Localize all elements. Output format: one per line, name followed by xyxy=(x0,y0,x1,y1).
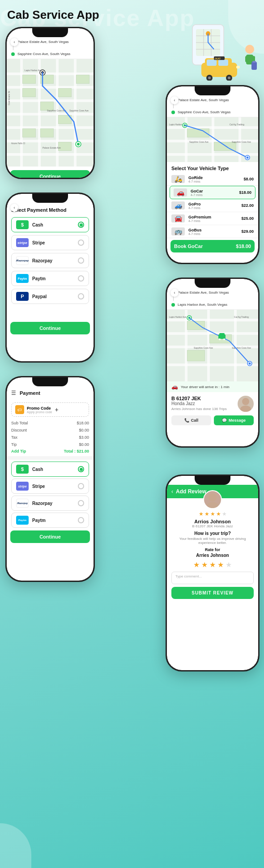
phone1-back-btn[interactable]: ‹ xyxy=(10,38,18,46)
phone5-add-tip[interactable]: Add Tip xyxy=(11,449,26,453)
phone5-total-row: Add Tip Total : $21.00 xyxy=(7,448,94,454)
phone5-razorpay-icon: /Razorpay xyxy=(16,499,29,508)
vehicle-time-gopro: 4-7 mins xyxy=(188,206,238,210)
vehicle-price-goride: $8.00 xyxy=(243,177,254,181)
phone5-paytm-icon: Paytm xyxy=(16,516,29,525)
vehicle-icon-gopro: 🚙 xyxy=(171,201,185,210)
vehicle-name-gobus: GoBus xyxy=(188,228,238,232)
phone5-continue-btn[interactable]: Continue xyxy=(10,530,90,543)
phone5-menu-icon[interactable]: ☰ xyxy=(11,390,16,396)
vehicle-icon-gopremium: 🚘 xyxy=(171,214,185,222)
phone5-promo-plus[interactable]: + xyxy=(55,406,58,413)
phone6-driver-name: Arrios Johnson xyxy=(167,519,258,524)
phone4-call-btn[interactable]: 📞 Call xyxy=(171,415,211,425)
phone6-star-5: ★ xyxy=(222,511,227,517)
phone6-rating-star-4[interactable]: ★ xyxy=(217,560,224,569)
phone5-method-stripe[interactable]: stripe Stripe xyxy=(11,479,89,494)
phone5-subtotal-val: $18.00 xyxy=(77,421,89,425)
vehicle-row-goride[interactable]: 🛵 GoRide 4-7 mins $8.00 xyxy=(167,173,258,186)
svg-rect-29 xyxy=(252,61,256,63)
vehicle-price-gopremium: $25.00 xyxy=(241,216,254,221)
phone6-comment-input[interactable]: Type comment... xyxy=(171,572,254,584)
phone3-method-paypal[interactable]: P Paypal xyxy=(11,289,89,304)
phone3-continue-btn[interactable]: Continue xyxy=(10,322,90,334)
phone6-rating-star-1[interactable]: ★ xyxy=(193,560,200,569)
vehicle-icon-goride: 🛵 xyxy=(171,175,185,183)
phone3-paytm-radio xyxy=(78,275,84,282)
vehicle-row-gopro[interactable]: 🚙 GoPro 4-7 mins $22.00 xyxy=(167,199,258,212)
phone3-paypal-icon: P xyxy=(16,292,29,301)
phone6-driver-car: B 61207 JEK Honda Jazz xyxy=(167,524,258,528)
phone4-to: Lapis Harbor Ave, South Vegas xyxy=(178,303,227,307)
phone2-book-price: $18.00 xyxy=(236,244,251,249)
phone5-razorpay-label: Razorpay xyxy=(32,501,74,506)
svg-point-41 xyxy=(223,338,225,340)
phone1-to: Sapphire Covo Ave, South Vegas xyxy=(17,52,70,56)
phone6-submit-btn[interactable]: SUBMIT REVIEW xyxy=(171,587,254,599)
phone5-method-paytm[interactable]: Paytm Paytm xyxy=(11,513,89,528)
phone4-driver-card: B 61207 JEK Honda Jazz Arries Johnson ha… xyxy=(167,392,258,429)
phone4-notch xyxy=(195,279,230,288)
svg-point-44 xyxy=(209,493,217,501)
phone4-arrive-text: Your driver will arrive in : 1 min xyxy=(181,385,230,389)
phone2-book-btn[interactable]: Book GoCar $18.00 xyxy=(170,240,255,252)
phone5-method-cash[interactable]: $ Cash xyxy=(11,462,89,477)
phone5-header: ☰ Payment xyxy=(7,386,94,400)
vehicle-name-gopro: GoPro xyxy=(188,202,238,206)
phone5-promo-icon: 🏷 xyxy=(15,405,24,414)
phone6-rating-star-5[interactable]: ★ xyxy=(226,560,232,569)
vehicle-row-gobus[interactable]: 🚌 GoBus 4-7 mins $29.00 xyxy=(167,225,258,238)
phone5-cash-label: Cash xyxy=(32,467,74,472)
phone3-razorpay-label: Razorpay xyxy=(32,258,74,263)
svg-point-24 xyxy=(245,45,254,54)
phone3-back-btn[interactable]: ‹ xyxy=(10,204,18,212)
phone6-rating-stars: ★ ★ ★ ★ ★ xyxy=(167,560,258,569)
phone2-to-dot xyxy=(171,111,175,114)
phone3-method-razorpay[interactable]: /Razorpay Razorpay xyxy=(11,253,89,268)
phone6-star-3: ★ xyxy=(210,511,215,517)
vehicle-price-gobus: $29.00 xyxy=(241,229,254,234)
phone4-driver-actions: 📞 Call 💬 Message xyxy=(171,415,254,425)
phone5-razorpay-radio xyxy=(78,500,84,506)
svg-point-20 xyxy=(228,77,230,79)
phone6-question: How is your trip? xyxy=(167,531,258,536)
vehicle-price-gocar: $18.00 xyxy=(239,190,251,195)
phone4-back-btn[interactable]: ‹ xyxy=(170,289,179,297)
page-title: Cab Service App xyxy=(7,8,99,22)
phone2-route xyxy=(167,117,258,162)
phone1-continue-btn[interactable]: Continue xyxy=(10,170,90,178)
vehicle-name-goride: GoRide xyxy=(188,175,240,180)
phone1-location-bar: Palace Estate Ave, South Vegas Sapphire … xyxy=(7,37,94,59)
phone-5: ☰ Payment 🏷 Promo Code Apply promo code … xyxy=(5,376,95,582)
phone6-avatar xyxy=(203,490,222,509)
phone5-subtotal-label: Sub Total xyxy=(11,421,28,425)
phone1-loc-line xyxy=(13,46,13,50)
phone3-method-paytm[interactable]: Paytm Paytm xyxy=(11,271,89,286)
phone-4: ‹ Palace Estate Ave, South Vegas Lapis H… xyxy=(166,278,260,448)
svg-point-37 xyxy=(249,363,251,365)
phone6-rating-star-3[interactable]: ★ xyxy=(209,560,216,569)
phone5-method-razorpay[interactable]: /Razorpay Razorpay xyxy=(11,496,89,511)
phone4-driver-trips: has done xyxy=(196,407,212,411)
phone4-message-btn[interactable]: 💬 Message xyxy=(214,415,254,425)
phone5-promo-row[interactable]: 🏷 Promo Code Apply promo code + xyxy=(11,402,89,417)
phone3-stripe-icon: stripe xyxy=(16,238,29,247)
phone4-message-label: Message xyxy=(229,418,246,423)
phone3-method-cash[interactable]: $ Cash xyxy=(11,217,89,232)
corner-decoration-bl xyxy=(0,823,31,868)
phone2-book-label: Book GoCar xyxy=(174,244,203,249)
svg-point-42 xyxy=(242,398,249,405)
phone1-from: Palace Estate Ave, South Vegas xyxy=(17,40,69,44)
phone2-vehicle-section-title: Select Your Vehicle Type xyxy=(167,162,258,173)
vehicle-row-gopremium[interactable]: 🚘 GoPremium 4-7 mins $25.00 xyxy=(167,212,258,225)
phone6-rating-star-2[interactable]: ★ xyxy=(201,560,208,569)
phone6-back-icon[interactable]: ‹ xyxy=(171,488,173,495)
phone1-map: Lapis Harbor Ave Sapphire Cove Ave Sapph… xyxy=(7,59,94,167)
phone2-back-btn[interactable]: ‹ xyxy=(170,96,179,104)
svg-point-18 xyxy=(208,77,211,79)
svg-text:IXAT: IXAT xyxy=(215,57,221,60)
vehicle-row-gocar[interactable]: 🚗 GoCar 4-7 mins $18.00 xyxy=(170,186,255,199)
phone4-driver-plate: B 61207 JEK xyxy=(171,396,227,401)
phone3-method-stripe[interactable]: stripe Stripe xyxy=(11,235,89,250)
phone5-promo-label: Promo Code xyxy=(27,406,52,410)
